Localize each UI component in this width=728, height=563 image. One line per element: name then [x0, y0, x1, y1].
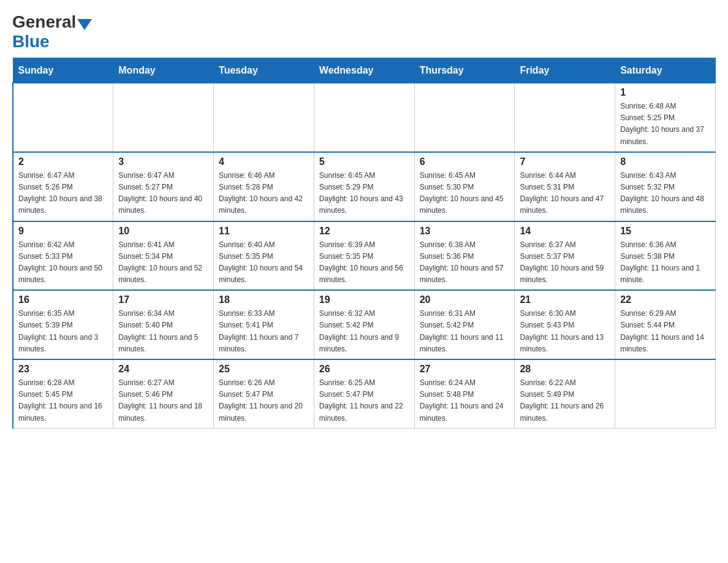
- calendar-cell: 1Sunrise: 6:48 AM Sunset: 5:25 PM Daylig…: [615, 83, 716, 152]
- day-info: Sunrise: 6:27 AM Sunset: 5:46 PM Dayligh…: [118, 377, 208, 424]
- calendar-cell: 21Sunrise: 6:30 AM Sunset: 5:43 PM Dayli…: [515, 290, 615, 359]
- calendar-cell: 12Sunrise: 6:39 AM Sunset: 5:35 PM Dayli…: [314, 221, 414, 291]
- calendar-cell: 20Sunrise: 6:31 AM Sunset: 5:42 PM Dayli…: [414, 290, 515, 359]
- weekday-header-saturday: Saturday: [615, 58, 716, 83]
- day-info: Sunrise: 6:35 AM Sunset: 5:39 PM Dayligh…: [18, 308, 108, 355]
- day-info: Sunrise: 6:47 AM Sunset: 5:26 PM Dayligh…: [18, 170, 108, 217]
- day-number: 2: [18, 156, 108, 167]
- calendar-cell: 26Sunrise: 6:25 AM Sunset: 5:47 PM Dayli…: [314, 359, 414, 428]
- calendar-cell: 15Sunrise: 6:36 AM Sunset: 5:38 PM Dayli…: [615, 221, 716, 291]
- calendar-cell: 10Sunrise: 6:41 AM Sunset: 5:34 PM Dayli…: [113, 221, 214, 291]
- day-number: 18: [219, 294, 309, 305]
- day-number: 23: [18, 364, 108, 375]
- day-number: 3: [118, 156, 208, 167]
- calendar-cell: 13Sunrise: 6:38 AM Sunset: 5:36 PM Dayli…: [414, 221, 515, 291]
- calendar-cell: 24Sunrise: 6:27 AM Sunset: 5:46 PM Dayli…: [113, 359, 214, 428]
- day-info: Sunrise: 6:43 AM Sunset: 5:32 PM Dayligh…: [620, 170, 710, 217]
- calendar-cell: 18Sunrise: 6:33 AM Sunset: 5:41 PM Dayli…: [214, 290, 314, 359]
- day-info: Sunrise: 6:31 AM Sunset: 5:42 PM Dayligh…: [420, 308, 510, 355]
- calendar-cell: 2Sunrise: 6:47 AM Sunset: 5:26 PM Daylig…: [13, 152, 113, 221]
- calendar-week-3: 9Sunrise: 6:42 AM Sunset: 5:33 PM Daylig…: [13, 221, 716, 291]
- calendar-cell: [615, 359, 716, 428]
- day-info: Sunrise: 6:22 AM Sunset: 5:49 PM Dayligh…: [520, 377, 610, 424]
- calendar-cell: 7Sunrise: 6:44 AM Sunset: 5:31 PM Daylig…: [515, 152, 615, 221]
- calendar-table: SundayMondayTuesdayWednesdayThursdayFrid…: [12, 58, 716, 429]
- weekday-header-row: SundayMondayTuesdayWednesdayThursdayFrid…: [13, 58, 716, 83]
- weekday-header-monday: Monday: [113, 58, 214, 83]
- calendar-cell: 5Sunrise: 6:45 AM Sunset: 5:29 PM Daylig…: [314, 152, 414, 221]
- calendar-cell: 27Sunrise: 6:24 AM Sunset: 5:48 PM Dayli…: [414, 359, 515, 428]
- day-number: 17: [118, 294, 208, 305]
- calendar-cell: 9Sunrise: 6:42 AM Sunset: 5:33 PM Daylig…: [13, 221, 113, 291]
- calendar-cell: 23Sunrise: 6:28 AM Sunset: 5:45 PM Dayli…: [13, 359, 113, 428]
- calendar-week-5: 23Sunrise: 6:28 AM Sunset: 5:45 PM Dayli…: [13, 359, 716, 428]
- day-number: 26: [319, 364, 409, 375]
- calendar-cell: 22Sunrise: 6:29 AM Sunset: 5:44 PM Dayli…: [615, 290, 716, 359]
- day-info: Sunrise: 6:44 AM Sunset: 5:31 PM Dayligh…: [520, 170, 610, 217]
- day-info: Sunrise: 6:47 AM Sunset: 5:27 PM Dayligh…: [118, 170, 208, 217]
- calendar-week-1: 1Sunrise: 6:48 AM Sunset: 5:25 PM Daylig…: [13, 83, 716, 152]
- calendar-cell: 8Sunrise: 6:43 AM Sunset: 5:32 PM Daylig…: [615, 152, 716, 221]
- day-number: 28: [520, 364, 610, 375]
- calendar-cell: [214, 83, 314, 152]
- day-info: Sunrise: 6:29 AM Sunset: 5:44 PM Dayligh…: [620, 308, 710, 355]
- page-header: General Blue: [12, 12, 716, 52]
- day-number: 27: [420, 364, 510, 375]
- weekday-header-sunday: Sunday: [13, 58, 113, 83]
- calendar-cell: 25Sunrise: 6:26 AM Sunset: 5:47 PM Dayli…: [214, 359, 314, 428]
- calendar-cell: 3Sunrise: 6:47 AM Sunset: 5:27 PM Daylig…: [113, 152, 214, 221]
- day-number: 16: [18, 294, 108, 305]
- day-info: Sunrise: 6:34 AM Sunset: 5:40 PM Dayligh…: [118, 308, 208, 355]
- day-info: Sunrise: 6:25 AM Sunset: 5:47 PM Dayligh…: [319, 377, 409, 424]
- day-info: Sunrise: 6:37 AM Sunset: 5:37 PM Dayligh…: [520, 239, 610, 286]
- day-number: 20: [420, 294, 510, 305]
- day-info: Sunrise: 6:39 AM Sunset: 5:35 PM Dayligh…: [319, 239, 409, 286]
- day-info: Sunrise: 6:45 AM Sunset: 5:30 PM Dayligh…: [420, 170, 510, 217]
- day-info: Sunrise: 6:26 AM Sunset: 5:47 PM Dayligh…: [219, 377, 309, 424]
- day-number: 1: [620, 87, 710, 98]
- weekday-header-tuesday: Tuesday: [214, 58, 314, 83]
- calendar-week-2: 2Sunrise: 6:47 AM Sunset: 5:26 PM Daylig…: [13, 152, 716, 221]
- calendar-week-4: 16Sunrise: 6:35 AM Sunset: 5:39 PM Dayli…: [13, 290, 716, 359]
- day-number: 14: [520, 226, 610, 237]
- logo: General Blue: [12, 12, 93, 52]
- day-number: 15: [620, 226, 710, 237]
- day-number: 13: [420, 226, 510, 237]
- calendar-cell: [515, 83, 615, 152]
- day-info: Sunrise: 6:33 AM Sunset: 5:41 PM Dayligh…: [219, 308, 309, 355]
- weekday-header-friday: Friday: [515, 58, 615, 83]
- calendar-cell: [113, 83, 214, 152]
- day-number: 5: [319, 156, 409, 167]
- day-info: Sunrise: 6:40 AM Sunset: 5:35 PM Dayligh…: [219, 239, 309, 286]
- calendar-cell: 11Sunrise: 6:40 AM Sunset: 5:35 PM Dayli…: [214, 221, 314, 291]
- logo-blue-text: Blue: [12, 32, 50, 52]
- day-info: Sunrise: 6:38 AM Sunset: 5:36 PM Dayligh…: [420, 239, 510, 286]
- day-info: Sunrise: 6:24 AM Sunset: 5:48 PM Dayligh…: [420, 377, 510, 424]
- day-number: 6: [420, 156, 510, 167]
- calendar-cell: 17Sunrise: 6:34 AM Sunset: 5:40 PM Dayli…: [113, 290, 214, 359]
- calendar-cell: [414, 83, 515, 152]
- day-info: Sunrise: 6:41 AM Sunset: 5:34 PM Dayligh…: [118, 239, 208, 286]
- day-info: Sunrise: 6:45 AM Sunset: 5:29 PM Dayligh…: [319, 170, 409, 217]
- calendar-cell: [13, 83, 113, 152]
- day-number: 9: [18, 226, 108, 237]
- day-number: 7: [520, 156, 610, 167]
- day-number: 19: [319, 294, 409, 305]
- day-info: Sunrise: 6:46 AM Sunset: 5:28 PM Dayligh…: [219, 170, 309, 217]
- day-info: Sunrise: 6:32 AM Sunset: 5:42 PM Dayligh…: [319, 308, 409, 355]
- day-number: 24: [118, 364, 208, 375]
- day-info: Sunrise: 6:42 AM Sunset: 5:33 PM Dayligh…: [18, 239, 108, 286]
- calendar-cell: 28Sunrise: 6:22 AM Sunset: 5:49 PM Dayli…: [515, 359, 615, 428]
- weekday-header-wednesday: Wednesday: [314, 58, 414, 83]
- day-info: Sunrise: 6:48 AM Sunset: 5:25 PM Dayligh…: [620, 101, 710, 148]
- calendar-cell: 16Sunrise: 6:35 AM Sunset: 5:39 PM Dayli…: [13, 290, 113, 359]
- calendar-cell: 6Sunrise: 6:45 AM Sunset: 5:30 PM Daylig…: [414, 152, 515, 221]
- day-number: 10: [118, 226, 208, 237]
- day-info: Sunrise: 6:30 AM Sunset: 5:43 PM Dayligh…: [520, 308, 610, 355]
- calendar-cell: 19Sunrise: 6:32 AM Sunset: 5:42 PM Dayli…: [314, 290, 414, 359]
- logo-general-text: General: [12, 12, 76, 32]
- calendar-cell: 14Sunrise: 6:37 AM Sunset: 5:37 PM Dayli…: [515, 221, 615, 291]
- day-number: 4: [219, 156, 309, 167]
- day-number: 22: [620, 294, 710, 305]
- day-info: Sunrise: 6:36 AM Sunset: 5:38 PM Dayligh…: [620, 239, 710, 286]
